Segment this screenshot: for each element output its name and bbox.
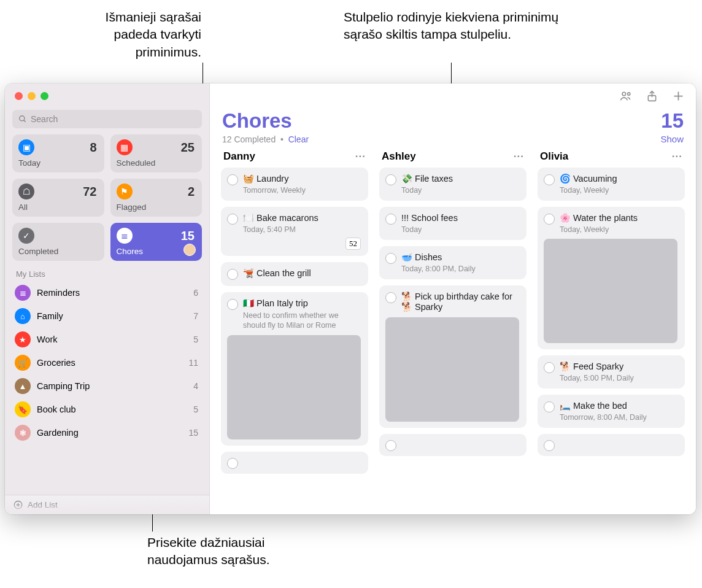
- reminders-window: Search ▣8 Today ▦25 Scheduled ☖72 All ⚑2…: [5, 83, 696, 514]
- sidebar-list-family[interactable]: ⌂Family7: [5, 304, 209, 328]
- new-reminder-placeholder[interactable]: [221, 452, 368, 474]
- smart-today[interactable]: ▣8 Today: [12, 134, 104, 172]
- reminder-title: 🍽️ Bake macarons: [243, 213, 318, 223]
- list-color-icon: 🛒: [15, 355, 31, 371]
- complete-toggle[interactable]: [227, 174, 238, 185]
- reminder-title: 🫕 Clean the grill: [243, 268, 311, 279]
- search-placeholder: Search: [31, 114, 58, 124]
- tray-icon: ☖: [18, 184, 34, 199]
- reminder-card[interactable]: 🌀 VacuumingToday, Weekly: [538, 168, 685, 201]
- smart-chores[interactable]: ≣15 Chores: [110, 223, 202, 261]
- smart-scheduled[interactable]: ▦25 Scheduled: [110, 134, 202, 172]
- close-window[interactable]: [15, 92, 23, 100]
- complete-toggle[interactable]: [385, 440, 396, 451]
- reminder-card[interactable]: 🐕 Feed SparkyToday, 5:00 PM, Daily: [538, 355, 685, 389]
- smart-lists: ▣8 Today ▦25 Scheduled ☖72 All ⚑2 Flagge…: [5, 134, 209, 261]
- share-icon[interactable]: [646, 90, 658, 103]
- main-panel: Chores 15 12 Completed • Clear Show Dann…: [210, 83, 696, 514]
- add-list-label: Add List: [28, 500, 58, 509]
- reminder-title: 🧺 Laundry: [243, 174, 288, 184]
- sidebar-list-reminders[interactable]: ≣Reminders6: [5, 281, 209, 304]
- reminder-title: 🥣 Dishes: [401, 252, 442, 263]
- column-menu-button[interactable]: ···: [355, 150, 366, 163]
- complete-toggle[interactable]: [227, 458, 238, 469]
- sidebar-list-work[interactable]: ★Work5: [5, 328, 209, 351]
- column-menu-button[interactable]: ···: [514, 150, 524, 163]
- reminder-photo: [385, 317, 519, 422]
- sidebar-list-gardening[interactable]: ❃Gardening15: [5, 421, 209, 444]
- column-danny: Danny···🧺 LaundryTomorrow, Weekly🍽️ Bake…: [221, 149, 368, 507]
- list-subheader: 12 Completed • Clear Show: [210, 133, 696, 149]
- complete-toggle[interactable]: [227, 269, 238, 280]
- my-lists: ≣Reminders6⌂Family7★Work5🛒Groceries11▲Ca…: [5, 281, 209, 444]
- reminder-card[interactable]: 🧺 LaundryTomorrow, Weekly: [221, 168, 368, 201]
- complete-toggle[interactable]: [227, 214, 238, 225]
- reminder-card[interactable]: 🛏️ Make the bedTomorrow, 8:00 AM, Daily: [538, 395, 685, 428]
- sidebar-list-groceries[interactable]: 🛒Groceries11: [5, 351, 209, 374]
- collaborate-icon[interactable]: [619, 90, 632, 103]
- column-menu-button[interactable]: ···: [672, 150, 682, 163]
- reminder-title: !!! School fees: [401, 213, 458, 223]
- complete-toggle[interactable]: [385, 253, 396, 264]
- list-name: Reminders: [37, 288, 80, 298]
- clear-completed-button[interactable]: Clear: [288, 134, 309, 144]
- smart-all[interactable]: ☖72 All: [12, 179, 104, 217]
- my-lists-header: My Lists: [5, 261, 209, 281]
- list-count: 7: [193, 311, 198, 321]
- callout-pin: Prisekite dažniausiai naudojamus sąrašus…: [147, 534, 319, 569]
- svg-line-1: [24, 120, 26, 122]
- show-completed-button[interactable]: Show: [660, 134, 684, 144]
- reminder-card[interactable]: 🐕 Pick up birthday cake for🐕 Sparky: [379, 285, 526, 428]
- reminder-card[interactable]: 🫕 Clean the grill: [221, 262, 368, 286]
- reminder-title: 🇮🇹 Plan Italy trip: [243, 298, 308, 309]
- reminder-card[interactable]: 🇮🇹 Plan Italy tripNeed to confirm whethe…: [221, 292, 368, 446]
- calendar-icon: ▣: [18, 139, 34, 155]
- list-title: Chores: [222, 109, 292, 133]
- complete-toggle[interactable]: [227, 299, 238, 310]
- callout-smart-lists: Išmanieji sąrašai padeda tvarkyti primin…: [66, 9, 201, 61]
- list-count: 15: [661, 109, 684, 133]
- smart-completed[interactable]: ✓ Completed: [12, 223, 104, 261]
- complete-toggle[interactable]: [544, 174, 555, 185]
- reminder-card[interactable]: 🍽️ Bake macaronsToday, 5:40 PM52: [221, 207, 368, 256]
- list-header: Chores 15: [210, 108, 696, 133]
- complete-toggle[interactable]: [385, 292, 396, 303]
- reminder-meta: Tomorrow, 8:00 AM, Daily: [560, 413, 677, 422]
- list-name: Gardening: [37, 428, 79, 438]
- complete-toggle[interactable]: [544, 214, 555, 225]
- list-color-icon: 🔖: [15, 401, 31, 417]
- list-count: 6: [193, 288, 198, 298]
- reminder-card[interactable]: 🥣 DishesToday, 8:00 PM, Daily: [379, 246, 526, 279]
- complete-toggle[interactable]: [544, 440, 555, 451]
- sidebar-list-camping-trip[interactable]: ▲Camping Trip4: [5, 374, 209, 398]
- list-name: Book club: [37, 404, 76, 414]
- sidebar: Search ▣8 Today ▦25 Scheduled ☖72 All ⚑2…: [5, 83, 210, 514]
- search-input[interactable]: Search: [12, 110, 202, 128]
- reminder-title: 🐕 Pick up birthday cake for🐕 Sparky: [401, 292, 512, 312]
- complete-toggle[interactable]: [385, 214, 396, 225]
- new-reminder-placeholder[interactable]: [538, 434, 685, 456]
- smart-flagged[interactable]: ⚑2 Flagged: [110, 179, 202, 217]
- svg-point-0: [20, 116, 25, 121]
- fullscreen-window[interactable]: [40, 92, 48, 100]
- toolbar: [210, 83, 696, 108]
- columns-view: Danny···🧺 LaundryTomorrow, Weekly🍽️ Bake…: [210, 149, 696, 514]
- reminder-photo: [544, 239, 677, 343]
- list-count: 5: [193, 404, 198, 414]
- add-reminder-icon[interactable]: [672, 90, 685, 103]
- reminder-card[interactable]: 💸 File taxesToday: [379, 168, 526, 201]
- window-controls: [5, 83, 209, 100]
- reminder-card[interactable]: 🌸 Water the plantsToday, Weekly: [538, 207, 685, 349]
- column-title: Ashley: [382, 150, 416, 163]
- reminder-meta: Today, 8:00 PM, Daily: [401, 265, 519, 273]
- flag-icon: ⚑: [117, 184, 133, 199]
- complete-toggle[interactable]: [385, 174, 396, 185]
- add-list-button[interactable]: Add List: [5, 495, 209, 514]
- reminder-card[interactable]: !!! School feesToday: [379, 207, 526, 240]
- sidebar-list-book-club[interactable]: 🔖Book club5: [5, 398, 209, 421]
- list-color-icon: ≣: [15, 285, 31, 301]
- complete-toggle[interactable]: [544, 362, 555, 373]
- minimize-window[interactable]: [28, 92, 36, 100]
- new-reminder-placeholder[interactable]: [379, 434, 526, 456]
- complete-toggle[interactable]: [544, 401, 555, 412]
